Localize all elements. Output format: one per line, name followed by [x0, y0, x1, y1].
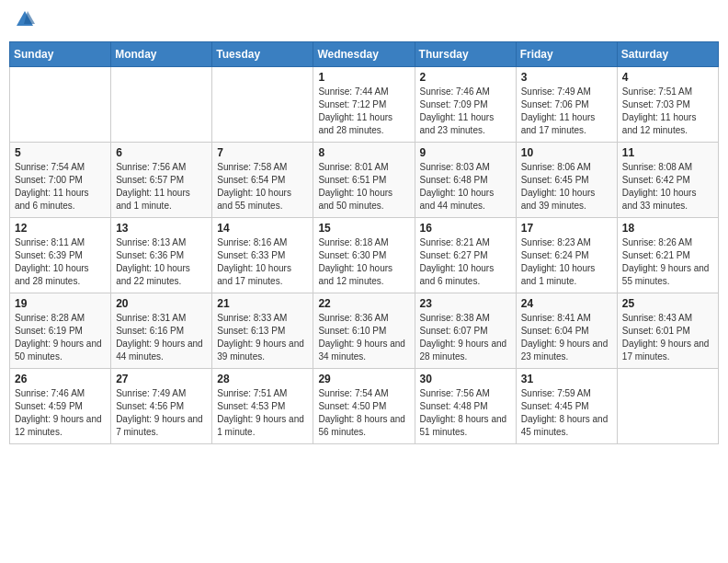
day-number: 24	[521, 297, 612, 310]
calendar-cell: 28Sunrise: 7:51 AM Sunset: 4:53 PM Dayli…	[212, 369, 313, 444]
cell-content: Sunrise: 8:23 AM Sunset: 6:24 PM Dayligh…	[521, 236, 612, 288]
cell-content: Sunrise: 7:49 AM Sunset: 4:56 PM Dayligh…	[116, 387, 207, 439]
column-header-wednesday: Wednesday	[313, 42, 415, 67]
calendar-cell: 10Sunrise: 8:06 AM Sunset: 6:45 PM Dayli…	[516, 143, 617, 218]
calendar-cell: 30Sunrise: 7:56 AM Sunset: 4:48 PM Dayli…	[415, 369, 516, 444]
calendar-cell: 25Sunrise: 8:43 AM Sunset: 6:01 PM Dayli…	[617, 293, 718, 369]
day-number: 14	[217, 222, 308, 235]
day-number: 12	[15, 222, 106, 235]
day-number: 19	[15, 297, 106, 310]
day-number: 4	[622, 71, 713, 84]
calendar-cell: 20Sunrise: 8:31 AM Sunset: 6:16 PM Dayli…	[111, 293, 212, 369]
calendar-table: SundayMondayTuesdayWednesdayThursdayFrid…	[9, 41, 719, 444]
column-header-saturday: Saturday	[617, 42, 718, 67]
calendar-cell: 23Sunrise: 8:38 AM Sunset: 6:07 PM Dayli…	[415, 293, 516, 369]
calendar-cell: 5Sunrise: 7:54 AM Sunset: 7:00 PM Daylig…	[10, 143, 111, 218]
day-number: 6	[116, 146, 207, 159]
column-header-monday: Monday	[111, 42, 212, 67]
day-number: 28	[217, 373, 308, 385]
column-header-tuesday: Tuesday	[212, 42, 313, 67]
day-number: 13	[116, 222, 207, 235]
cell-content: Sunrise: 7:51 AM Sunset: 7:03 PM Dayligh…	[622, 86, 713, 137]
column-header-friday: Friday	[516, 42, 617, 67]
cell-content: Sunrise: 7:44 AM Sunset: 7:12 PM Dayligh…	[318, 86, 409, 137]
cell-content: Sunrise: 8:43 AM Sunset: 6:01 PM Dayligh…	[622, 312, 713, 363]
day-number: 21	[217, 297, 308, 310]
day-number: 18	[622, 222, 713, 235]
day-number: 20	[116, 297, 207, 310]
day-number: 1	[318, 71, 409, 84]
cell-content: Sunrise: 8:18 AM Sunset: 6:30 PM Dayligh…	[318, 236, 409, 288]
calendar-cell: 9Sunrise: 8:03 AM Sunset: 6:48 PM Daylig…	[415, 143, 516, 218]
cell-content: Sunrise: 8:28 AM Sunset: 6:19 PM Dayligh…	[15, 312, 106, 363]
cell-content: Sunrise: 8:31 AM Sunset: 6:16 PM Dayligh…	[116, 312, 207, 363]
calendar-cell: 12Sunrise: 8:11 AM Sunset: 6:39 PM Dayli…	[10, 218, 111, 293]
day-number: 23	[420, 297, 511, 310]
calendar-cell: 27Sunrise: 7:49 AM Sunset: 4:56 PM Dayli…	[111, 369, 212, 444]
day-number: 5	[15, 146, 106, 159]
calendar-cell	[10, 67, 111, 143]
calendar-cell: 29Sunrise: 7:54 AM Sunset: 4:50 PM Dayli…	[313, 369, 415, 444]
day-number: 27	[116, 373, 207, 385]
calendar-cell: 1Sunrise: 7:44 AM Sunset: 7:12 PM Daylig…	[313, 67, 415, 143]
calendar-cell: 2Sunrise: 7:46 AM Sunset: 7:09 PM Daylig…	[415, 67, 516, 143]
calendar-cell: 19Sunrise: 8:28 AM Sunset: 6:19 PM Dayli…	[10, 293, 111, 369]
calendar-cell	[212, 67, 313, 143]
cell-content: Sunrise: 7:58 AM Sunset: 6:54 PM Dayligh…	[217, 161, 308, 213]
day-number: 29	[318, 373, 409, 385]
cell-content: Sunrise: 8:26 AM Sunset: 6:21 PM Dayligh…	[622, 236, 713, 288]
cell-content: Sunrise: 8:33 AM Sunset: 6:13 PM Dayligh…	[217, 312, 308, 363]
calendar-cell	[111, 67, 212, 143]
header-row: SundayMondayTuesdayWednesdayThursdayFrid…	[10, 42, 719, 67]
day-number: 30	[420, 373, 511, 385]
calendar-cell: 7Sunrise: 7:58 AM Sunset: 6:54 PM Daylig…	[212, 143, 313, 218]
column-header-thursday: Thursday	[415, 42, 516, 67]
calendar-cell: 26Sunrise: 7:46 AM Sunset: 4:59 PM Dayli…	[10, 369, 111, 444]
column-header-sunday: Sunday	[10, 42, 111, 67]
calendar-cell: 13Sunrise: 8:13 AM Sunset: 6:36 PM Dayli…	[111, 218, 212, 293]
calendar-cell: 15Sunrise: 8:18 AM Sunset: 6:30 PM Dayli…	[313, 218, 415, 293]
day-number: 22	[318, 297, 409, 310]
cell-content: Sunrise: 7:54 AM Sunset: 7:00 PM Dayligh…	[15, 161, 106, 213]
cell-content: Sunrise: 8:36 AM Sunset: 6:10 PM Dayligh…	[318, 312, 409, 363]
cell-content: Sunrise: 7:51 AM Sunset: 4:53 PM Dayligh…	[217, 387, 308, 439]
day-number: 26	[15, 373, 106, 385]
cell-content: Sunrise: 8:08 AM Sunset: 6:42 PM Dayligh…	[622, 161, 713, 213]
cell-content: Sunrise: 8:06 AM Sunset: 6:45 PM Dayligh…	[521, 161, 612, 213]
cell-content: Sunrise: 8:38 AM Sunset: 6:07 PM Dayligh…	[420, 312, 511, 363]
cell-content: Sunrise: 8:41 AM Sunset: 6:04 PM Dayligh…	[521, 312, 612, 363]
cell-content: Sunrise: 7:49 AM Sunset: 7:06 PM Dayligh…	[521, 86, 612, 137]
cell-content: Sunrise: 7:56 AM Sunset: 4:48 PM Dayligh…	[420, 387, 511, 439]
day-number: 25	[622, 297, 713, 310]
day-number: 31	[521, 373, 612, 385]
page-header	[9, 9, 719, 34]
calendar-cell: 31Sunrise: 7:59 AM Sunset: 4:45 PM Dayli…	[516, 369, 617, 444]
cell-content: Sunrise: 8:13 AM Sunset: 6:36 PM Dayligh…	[116, 236, 207, 288]
cell-content: Sunrise: 8:11 AM Sunset: 6:39 PM Dayligh…	[15, 236, 106, 288]
cell-content: Sunrise: 7:54 AM Sunset: 4:50 PM Dayligh…	[318, 387, 409, 439]
week-row-2: 5Sunrise: 7:54 AM Sunset: 7:00 PM Daylig…	[10, 143, 719, 218]
week-row-4: 19Sunrise: 8:28 AM Sunset: 6:19 PM Dayli…	[10, 293, 719, 369]
calendar-cell: 3Sunrise: 7:49 AM Sunset: 7:06 PM Daylig…	[516, 67, 617, 143]
cell-content: Sunrise: 8:01 AM Sunset: 6:51 PM Dayligh…	[318, 161, 409, 213]
calendar-cell: 4Sunrise: 7:51 AM Sunset: 7:03 PM Daylig…	[617, 67, 718, 143]
cell-content: Sunrise: 8:21 AM Sunset: 6:27 PM Dayligh…	[420, 236, 511, 288]
calendar-cell: 21Sunrise: 8:33 AM Sunset: 6:13 PM Dayli…	[212, 293, 313, 369]
calendar-cell: 6Sunrise: 7:56 AM Sunset: 6:57 PM Daylig…	[111, 143, 212, 218]
week-row-1: 1Sunrise: 7:44 AM Sunset: 7:12 PM Daylig…	[10, 67, 719, 143]
cell-content: Sunrise: 7:59 AM Sunset: 4:45 PM Dayligh…	[521, 387, 612, 439]
cell-content: Sunrise: 8:03 AM Sunset: 6:48 PM Dayligh…	[420, 161, 511, 213]
calendar-cell: 16Sunrise: 8:21 AM Sunset: 6:27 PM Dayli…	[415, 218, 516, 293]
day-number: 9	[420, 146, 511, 159]
cell-content: Sunrise: 7:56 AM Sunset: 6:57 PM Dayligh…	[116, 161, 207, 213]
cell-content: Sunrise: 7:46 AM Sunset: 4:59 PM Dayligh…	[15, 387, 106, 439]
calendar-cell: 11Sunrise: 8:08 AM Sunset: 6:42 PM Dayli…	[617, 143, 718, 218]
day-number: 7	[217, 146, 308, 159]
day-number: 15	[318, 222, 409, 235]
day-number: 2	[420, 71, 511, 84]
calendar-cell: 24Sunrise: 8:41 AM Sunset: 6:04 PM Dayli…	[516, 293, 617, 369]
week-row-3: 12Sunrise: 8:11 AM Sunset: 6:39 PM Dayli…	[10, 218, 719, 293]
day-number: 3	[521, 71, 612, 84]
cell-content: Sunrise: 7:46 AM Sunset: 7:09 PM Dayligh…	[420, 86, 511, 137]
logo	[13, 9, 35, 34]
